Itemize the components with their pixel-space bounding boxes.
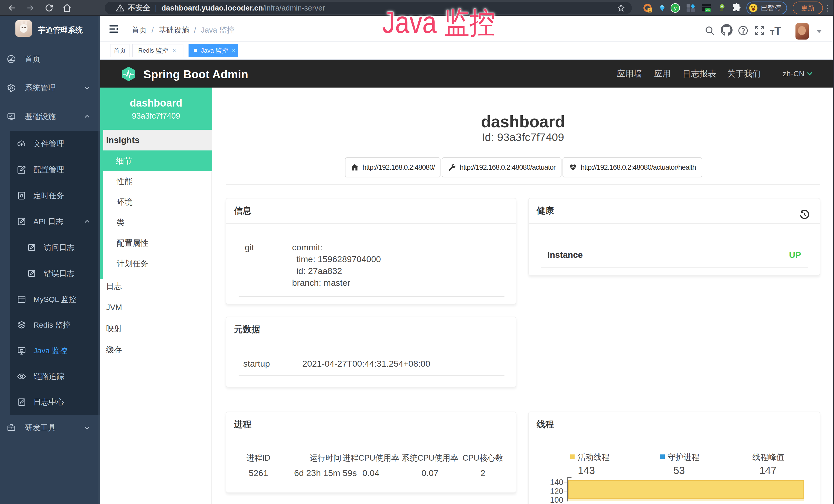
svg-text:on: on: [706, 8, 710, 12]
svg-text:y: y: [674, 5, 677, 11]
svg-text:1: 1: [649, 8, 651, 12]
